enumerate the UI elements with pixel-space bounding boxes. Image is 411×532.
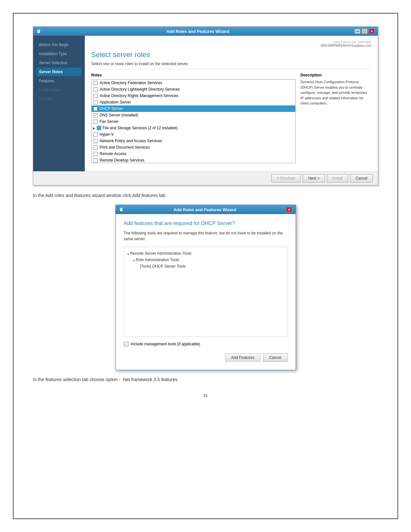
tree-label-remote-admin: Remote Server Administration Tools [130, 251, 192, 256]
tree-item-remote-admin[interactable]: ▴ Remote Server Administration Tools [127, 250, 284, 257]
role-label-ad-lightweight: Active Directory Lightweight Directory S… [100, 87, 180, 92]
sidebar-item-results: Results [36, 95, 82, 103]
role-label-network-policy: Network Policy and Access Services [100, 139, 162, 143]
roles-container: Roles Active Directory Federation Servic… [91, 73, 371, 163]
wizard-footer-1: < Previous Next > Install Cancel [33, 171, 378, 185]
role-file-storage[interactable]: ▶ File and Storage Services (2 of 12 ins… [92, 125, 295, 131]
previous-button[interactable]: < Previous [271, 174, 301, 182]
tree-icon-file-storage [97, 126, 101, 130]
role-checkbox-fax[interactable] [93, 120, 98, 124]
role-checkbox-remote-desktop[interactable] [93, 158, 98, 163]
roles-label: Roles [91, 73, 296, 77]
tree-expand-remote-admin[interactable]: ▴ [127, 252, 129, 255]
role-label-hyperv: Hyper-V [100, 132, 114, 137]
role-checkbox-dns[interactable]: ✓ [93, 113, 98, 117]
dialog-main-title: Add features that are required for DHCP … [124, 221, 288, 226]
tree-expand-role-admin[interactable]: ▴ [133, 258, 135, 262]
role-checkbox-ad-lightweight[interactable] [93, 87, 98, 92]
role-checkbox-ad-federation[interactable] [93, 81, 98, 85]
description-label: Description [300, 73, 371, 77]
wizard-page-title-1: Select server roles [91, 51, 371, 59]
instruction-1: In the Add roles and features wizard win… [33, 192, 378, 199]
role-fax-server[interactable]: Fax Server [92, 118, 295, 125]
add-features-button[interactable]: Add Features [225, 353, 260, 362]
wizard-sidebar: Before You Begin Installation Type Serve… [33, 36, 85, 171]
tree-item-dhcp-tools: [Tools] DHCP Server Tools [127, 263, 284, 270]
sidebar-item-server-selection[interactable]: Server Selection [36, 59, 82, 67]
dialog-titlebar-controls: ✕ [286, 207, 292, 212]
sidebar-item-features[interactable]: Features [36, 77, 82, 85]
role-remote-access[interactable]: Remote Access [92, 151, 295, 157]
wizard-title-1: Add Roles and Features Wizard [41, 29, 355, 34]
role-label-ad-rights: Active Directory Rights Management Servi… [100, 94, 178, 98]
wizard-body-1: Before You Begin Installation Type Serve… [33, 36, 378, 171]
role-remote-desktop[interactable]: Remote Desktop Services [92, 157, 295, 163]
wizard-main-1: DESTINATION SERVER WIN-NRP94PEA4V4.busin… [85, 36, 378, 171]
install-button[interactable]: Install [327, 174, 348, 182]
role-dhcp-server[interactable]: DHCP Server [92, 105, 295, 112]
roles-listbox[interactable]: Active Directory Federation Services Act… [91, 79, 296, 163]
role-hyper-v[interactable]: Hyper-V [92, 131, 295, 138]
role-label-application: Application Server [100, 100, 131, 104]
sidebar-item-confirmation: Confirmation [36, 86, 82, 94]
wizard-window-1: 🖥 Add Roles and Features Wizard — □ ✕ Be… [33, 26, 378, 185]
restore-button[interactable]: □ [362, 29, 367, 34]
description-text: Dynamic Host Configuration Protocol (DHC… [300, 79, 371, 106]
role-label-ad-federation: Active Directory Federation Services [100, 81, 162, 85]
dialog-body: Add features that are required for DHCP … [116, 214, 296, 370]
tree-label-role-admin: Role Administration Tools [136, 258, 180, 262]
dialog-window: 🖥 Add Roles and Features Wizard ✕ Add fe… [115, 205, 296, 370]
include-management-label: Include management tools (if applicable) [131, 342, 200, 346]
role-label-remote-desktop: Remote Desktop Services [100, 158, 144, 163]
wizard-titlebar-1: 🖥 Add Roles and Features Wizard — □ ✕ [33, 27, 378, 36]
role-label-print: Print and Document Services [100, 145, 150, 150]
instruction-2: In the features selection tab choose opt… [33, 376, 378, 383]
dialog-icon: 🖥 [119, 207, 123, 212]
role-print-document[interactable]: Print and Document Services [92, 144, 295, 151]
dialog-titlebar: 🖥 Add Roles and Features Wizard ✕ [116, 205, 296, 214]
dialog-main-subtitle: The following tools are required to mana… [124, 230, 288, 242]
role-network-policy[interactable]: Network Policy and Access Services [92, 138, 295, 144]
wizard-icon: 🖥 [36, 29, 41, 34]
dialog-footer: Add Features Cancel [124, 350, 288, 363]
features-tree: ▴ Remote Server Administration Tools ▴ R… [124, 247, 288, 337]
role-checkbox-application[interactable] [93, 100, 98, 104]
role-label-fax: Fax Server [100, 119, 119, 124]
role-checkbox-network-policy[interactable] [93, 139, 98, 143]
titlebar-controls: — □ ✕ [355, 29, 375, 34]
destination-server-name: WIN-NRP94PEA4V4.business.com [91, 44, 371, 47]
destination-label: DESTINATION SERVER [91, 41, 371, 44]
role-checkbox-dhcp[interactable] [93, 107, 98, 111]
role-dns-server[interactable]: ✓ DNS Server (Installed) [92, 112, 295, 118]
role-ad-lightweight[interactable]: Active Directory Lightweight Directory S… [92, 86, 295, 93]
cancel-button-dialog[interactable]: Cancel [263, 353, 287, 362]
page-border: 🖥 Add Roles and Features Wizard — □ ✕ Be… [13, 13, 398, 519]
role-label-remote-access: Remote Access [100, 152, 126, 156]
role-label-dhcp: DHCP Server [100, 106, 123, 111]
role-application-server[interactable]: Application Server [92, 99, 295, 105]
dialog-title-bar: Add Roles and Features Wizard [173, 207, 236, 212]
sidebar-item-installation-type[interactable]: Installation Type [36, 50, 82, 58]
role-checkbox-ad-rights[interactable] [93, 94, 98, 98]
role-label-dns: DNS Server (Installed) [100, 113, 138, 117]
role-label-file-storage: File and Storage Services (2 of 12 insta… [103, 126, 178, 130]
dialog-close-button[interactable]: ✕ [286, 207, 292, 212]
sidebar-item-server-roles[interactable]: Server Roles [36, 68, 82, 76]
wizard-subtitle-1: Select one or more roles to install on t… [91, 62, 371, 69]
page-number: 31 [33, 393, 378, 398]
cancel-button-1[interactable]: Cancel [350, 174, 373, 182]
role-ad-rights[interactable]: Active Directory Rights Management Servi… [92, 93, 295, 99]
include-management-tools-row: ✓ Include management tools (if applicabl… [124, 342, 288, 346]
next-button[interactable]: Next > [303, 174, 325, 182]
role-checkbox-hyperv[interactable] [93, 133, 98, 137]
role-checkbox-remote-access[interactable] [93, 152, 98, 156]
include-management-checkbox[interactable]: ✓ [124, 342, 128, 346]
sidebar-item-before-you-begin[interactable]: Before You Begin [36, 41, 82, 49]
role-ad-federation[interactable]: Active Directory Federation Services [92, 80, 295, 86]
role-checkbox-print[interactable] [93, 145, 98, 150]
expand-icon-file-storage[interactable]: ▶ [93, 126, 95, 130]
close-button[interactable]: ✕ [369, 29, 375, 34]
tree-item-role-admin[interactable]: ▴ Role Administration Tools [127, 257, 284, 263]
destination-server-info: DESTINATION SERVER WIN-NRP94PEA4V4.busin… [91, 41, 371, 47]
minimize-button[interactable]: — [355, 29, 360, 34]
